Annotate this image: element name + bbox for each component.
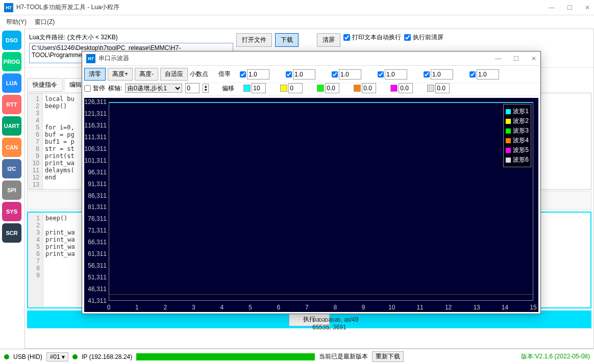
close-button[interactable]: ✕ — [585, 4, 590, 11]
menu-window[interactable]: 窗口(Z) — [33, 17, 57, 28]
ch6-swatch — [427, 85, 434, 92]
slot-select[interactable]: #01 ▾ — [46, 352, 68, 361]
ip-label: IP (192.168.28.24) — [82, 353, 132, 360]
scope-maximize-button[interactable]: ☐ — [513, 55, 519, 62]
menubar: 帮助(Y) 窗口(Z) — [0, 15, 594, 29]
download-button[interactable]: 下载 — [275, 33, 299, 47]
minimize-button[interactable]: — — [549, 4, 555, 11]
height-minus-button[interactable]: 高度- — [135, 68, 158, 81]
ch4-ratio[interactable] — [385, 69, 407, 80]
nav-sys[interactable]: SYS — [2, 202, 21, 221]
offset-label: 偏移 — [222, 84, 234, 93]
chart-legend: 波形1波形2波形3波形4波形5波形6 — [503, 104, 531, 167]
ch4-swatch — [354, 85, 361, 92]
ch2-ratio[interactable] — [293, 69, 315, 80]
nav-prog[interactable]: PROG — [2, 52, 21, 71]
xaxis-label: 横轴: — [108, 84, 122, 93]
ch6-ratio[interactable] — [477, 69, 499, 80]
spin-buttons[interactable]: ▲▼ — [203, 84, 209, 93]
ch1-offset[interactable] — [252, 83, 266, 93]
decimals-label: 小数点 — [190, 70, 208, 79]
ch5-swatch — [390, 85, 398, 92]
decimal-spin[interactable] — [185, 83, 200, 93]
nav-rtt[interactable]: RTT — [2, 95, 21, 114]
side-nav: DSO PROG LUA RTT UART CAN I2C SPI SYS SC… — [0, 29, 24, 245]
menu-help[interactable]: 帮助(Y) — [4, 17, 29, 28]
app-title: H7-TOOL多功能开发工具 - Lua小程序 — [16, 3, 549, 12]
nav-i2c[interactable]: I2C — [2, 159, 21, 178]
fit-button[interactable]: 自适应 — [160, 68, 188, 81]
ch3-swatch — [317, 85, 324, 92]
ch1-enable[interactable] — [240, 71, 246, 77]
zero-button[interactable]: 清零 — [84, 68, 106, 81]
nav-lua[interactable]: LUA — [2, 73, 21, 93]
ch1-ratio[interactable] — [247, 69, 269, 80]
clearbefore-checkbox[interactable]: 执行前清屏 — [404, 33, 443, 42]
ch5-enable[interactable] — [424, 71, 430, 77]
scope-title: 串口示波器 — [98, 54, 495, 63]
console-tail: ᴏᴔᴔᴔᴔ, ᴔ/49 65535, 3691 — [312, 316, 358, 331]
wave-2-line — [109, 294, 533, 295]
status-bar: USB (HID) #01 ▾ IP (192.168.28.24) 当前已是最… — [0, 349, 594, 364]
connection-status-icon — [4, 354, 9, 359]
ch2-swatch — [280, 85, 287, 92]
height-plus-button[interactable]: 高度+ — [108, 68, 133, 81]
scope-close-button[interactable]: ✕ — [531, 55, 536, 62]
scope-window: H7 串口示波器 — ☐ ✕ 清零 高度+ 高度- 自适应 小数点 倍率 暂停 … — [82, 51, 541, 314]
nav-dso[interactable]: DSO — [2, 31, 21, 50]
maximize-button[interactable]: ☐ — [567, 4, 573, 11]
ch5-offset[interactable] — [399, 83, 413, 93]
version-label: 版本:V2.1.6 (2022-05-08) — [521, 352, 590, 361]
ch3-enable[interactable] — [332, 71, 338, 77]
nav-spi[interactable]: SPI — [2, 180, 21, 200]
ch5-ratio[interactable] — [431, 69, 453, 80]
xaxis-select[interactable]: 由0递增,步长1 — [125, 84, 182, 93]
main-titlebar: H7 H7-TOOL多功能开发工具 - Lua小程序 — ☐ ✕ — [0, 0, 594, 15]
progress-bar — [136, 353, 315, 360]
ch3-offset[interactable] — [325, 83, 339, 93]
autowrap-checkbox[interactable]: 打印文本自动换行 — [343, 33, 401, 42]
wave-1-line — [109, 102, 533, 103]
ch1-swatch — [243, 85, 251, 92]
chart-plot-area — [109, 102, 533, 301]
latest-label: 当前已是最新版本 — [319, 352, 368, 361]
ch3-ratio[interactable] — [339, 69, 361, 80]
open-file-button[interactable]: 打开文件 — [236, 33, 272, 47]
scope-icon: H7 — [86, 54, 95, 63]
ch4-offset[interactable] — [362, 83, 376, 93]
scope-chart[interactable]: 126,311121,311116,311111,311106,311101,3… — [84, 98, 538, 312]
connection-label: USB (HID) — [13, 353, 42, 360]
app-icon: H7 — [4, 3, 13, 12]
nav-uart[interactable]: UART — [2, 116, 21, 136]
ch2-enable[interactable] — [286, 71, 292, 77]
path-label: Lua文件路径: (文件大小 < 32KB) — [29, 33, 233, 42]
ratio-label: 倍率 — [218, 70, 231, 79]
ch6-enable[interactable] — [469, 71, 476, 77]
code-gutter: 12345678910111213 — [28, 93, 43, 189]
ch2-offset[interactable] — [288, 83, 303, 93]
ch6-offset[interactable] — [435, 83, 450, 93]
scope-minimize-button[interactable]: — — [495, 55, 501, 62]
clear-button[interactable]: 清屏 — [317, 33, 340, 47]
redownload-button[interactable]: 重新下载 — [372, 351, 404, 362]
ip-status-icon — [72, 354, 78, 359]
output-gutter: 123456789 — [28, 213, 43, 307]
nav-can[interactable]: CAN — [2, 138, 21, 157]
nav-scr[interactable]: SCR — [2, 223, 21, 243]
tab-quick[interactable]: 快捷指令 — [27, 78, 63, 92]
ch4-enable[interactable] — [378, 71, 384, 77]
pause-checkbox[interactable]: 暂停 — [84, 84, 105, 93]
